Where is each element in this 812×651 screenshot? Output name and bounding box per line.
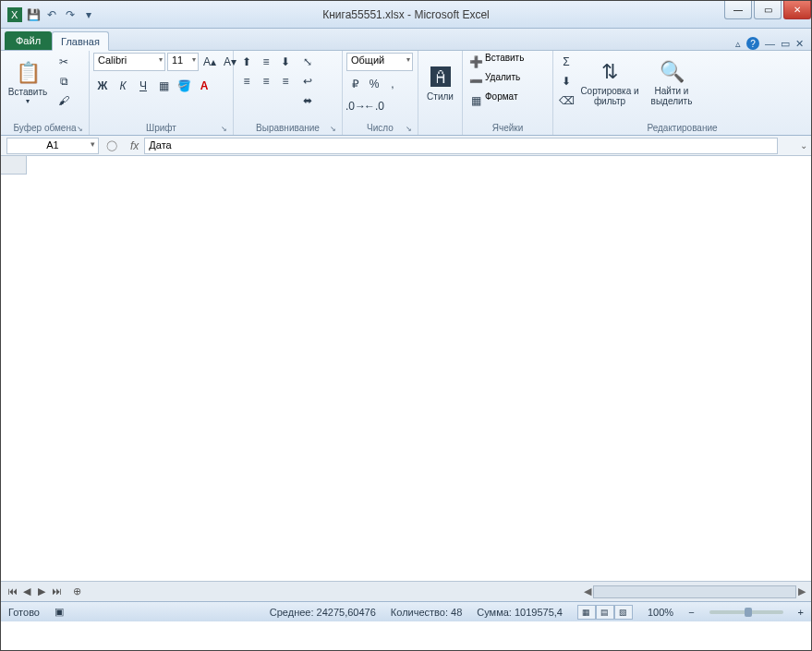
page-break-view-button[interactable]: ▧ <box>614 605 633 620</box>
formula-bar-row: A1 ◯ fx Дата ⌄ <box>1 136 811 156</box>
zoom-out-button[interactable]: − <box>688 607 694 618</box>
group-styles: 🅰 Стили <box>418 51 463 135</box>
currency-button[interactable]: ₽ <box>346 75 365 93</box>
decrease-decimal-button[interactable]: ←.0 <box>365 97 383 115</box>
find-icon: 🔍 <box>660 60 685 84</box>
qat-more-icon[interactable]: ▾ <box>80 6 97 23</box>
alignment-launcher-icon[interactable]: ↘ <box>330 125 336 133</box>
insert-cells-button[interactable]: ➕Вставить <box>467 53 524 71</box>
font-launcher-icon[interactable]: ↘ <box>221 125 227 133</box>
align-bottom-button[interactable]: ⬇ <box>276 53 295 71</box>
sheet-first-icon[interactable]: ⏮ <box>5 585 19 597</box>
tab-главная[interactable]: Главная <box>52 31 109 51</box>
font-color-button[interactable]: A <box>195 77 213 95</box>
hscroll-right-icon[interactable]: ▶ <box>798 585 806 597</box>
find-select-button[interactable]: 🔍 Найти и выделить <box>644 53 699 114</box>
italic-button[interactable]: К <box>114 77 132 95</box>
zoom-slider[interactable] <box>709 610 783 614</box>
status-average: Среднее: 24275,60476 <box>270 607 376 618</box>
undo-icon[interactable]: ↶ <box>43 6 60 23</box>
name-box[interactable]: A1 <box>6 138 99 154</box>
group-alignment: ⬆ ≡ ⬇ ≡ ≡ ≡ ⤡ ↩ ⬌ Выравнивание↘ <box>234 51 343 135</box>
autosum-button[interactable]: Σ <box>557 53 576 71</box>
grow-font-button[interactable]: A▴ <box>200 53 219 71</box>
format-cells-button[interactable]: ▦Формат <box>467 91 518 110</box>
fx-icon[interactable]: fx <box>130 139 139 152</box>
minimize-button[interactable]: — <box>724 1 752 19</box>
font-name-select[interactable]: Calibri <box>93 53 165 71</box>
sheet-next-icon[interactable]: ▶ <box>34 585 49 597</box>
close-button[interactable]: ✕ <box>783 1 811 19</box>
workbook-restore-icon[interactable]: ▭ <box>781 38 790 50</box>
group-font-label: Шрифт <box>146 123 176 133</box>
number-launcher-icon[interactable]: ↘ <box>406 125 412 133</box>
sheet-prev-icon[interactable]: ◀ <box>19 585 34 597</box>
orientation-button[interactable]: ⤡ <box>298 53 317 71</box>
number-format-select[interactable]: Общий <box>346 53 413 71</box>
tab-file[interactable]: Файл <box>5 31 52 50</box>
styles-label: Стили <box>427 91 454 102</box>
namebox-circle-icon: ◯ <box>106 139 117 151</box>
minimize-ribbon-icon[interactable]: ▵ <box>735 38 741 50</box>
align-left-button[interactable]: ≡ <box>237 72 256 90</box>
group-styles-label <box>422 122 458 135</box>
percent-button[interactable]: % <box>365 75 383 93</box>
paste-button[interactable]: 📋 Вставить ▾ <box>5 53 51 114</box>
help-icon[interactable]: ? <box>746 37 759 50</box>
align-center-button[interactable]: ≡ <box>257 72 275 90</box>
sheet-last-icon[interactable]: ⏭ <box>49 585 64 597</box>
page-layout-view-button[interactable]: ▤ <box>596 605 614 620</box>
sort-label: Сортировка и фильтр <box>579 86 640 106</box>
align-middle-button[interactable]: ≡ <box>257 53 275 71</box>
status-count: Количество: 48 <box>391 607 462 618</box>
zoom-in-button[interactable]: + <box>798 607 804 618</box>
sheet-tab-bar: ⏮ ◀ ▶ ⏭ ⊕ ◀ ▶ <box>1 581 811 601</box>
wrap-text-button[interactable]: ↩ <box>298 72 317 90</box>
delete-label: Удалить <box>485 72 520 90</box>
macro-record-icon[interactable]: ▣ <box>55 606 64 618</box>
merge-button[interactable]: ⬌ <box>298 91 317 110</box>
align-right-button[interactable]: ≡ <box>276 72 295 90</box>
border-button[interactable]: ▦ <box>154 77 173 95</box>
maximize-button[interactable]: ▭ <box>754 1 782 19</box>
workbook-minimize-icon[interactable]: — <box>765 38 775 49</box>
status-ready: Готово <box>8 607 40 618</box>
cut-button[interactable]: ✂ <box>55 53 73 71</box>
spreadsheet-grid[interactable] <box>1 156 811 581</box>
find-label: Найти и выделить <box>644 86 699 106</box>
hscroll-left-icon[interactable]: ◀ <box>584 585 591 597</box>
delete-icon: ➖ <box>467 72 485 90</box>
horizontal-scrollbar[interactable] <box>593 585 796 598</box>
styles-icon: 🅰 <box>430 66 451 90</box>
font-size-select[interactable]: 11 <box>167 53 199 71</box>
fill-color-button[interactable]: 🪣 <box>175 77 193 95</box>
increase-decimal-button[interactable]: .0→ <box>346 97 365 115</box>
delete-cells-button[interactable]: ➖Удалить <box>467 72 520 90</box>
sort-filter-button[interactable]: ⇅ Сортировка и фильтр <box>579 53 640 114</box>
select-all-corner[interactable] <box>1 156 27 175</box>
group-editing: Σ ⬇ ⌫ ⇅ Сортировка и фильтр 🔍 Найти и вы… <box>553 51 811 135</box>
clipboard-launcher-icon[interactable]: ↘ <box>77 125 83 133</box>
new-sheet-button[interactable]: ⊕ <box>73 585 81 597</box>
status-sum: Сумма: 1019575,4 <box>477 607 563 618</box>
underline-button[interactable]: Ч <box>134 77 152 95</box>
formula-bar-expand-icon[interactable]: ⌄ <box>796 140 811 151</box>
format-painter-button[interactable]: 🖌 <box>55 91 73 110</box>
comma-button[interactable]: , <box>383 75 402 93</box>
styles-button[interactable]: 🅰 Стили <box>422 53 458 114</box>
normal-view-button[interactable]: ▦ <box>577 605 596 620</box>
align-top-button[interactable]: ⬆ <box>237 53 256 71</box>
copy-button[interactable]: ⧉ <box>55 72 73 90</box>
svg-text:X: X <box>11 9 18 20</box>
title-bar: X 💾 ↶ ↷ ▾ Книга55551.xlsx - Microsoft Ex… <box>1 1 811 29</box>
formula-bar[interactable]: Дата <box>144 138 778 154</box>
group-font: Calibri 11 A▴ A▾ Ж К Ч ▦ 🪣 A Шрифт↘ <box>90 51 234 135</box>
clear-button[interactable]: ⌫ <box>557 91 576 110</box>
zoom-level[interactable]: 100% <box>648 607 673 618</box>
workbook-close-icon[interactable]: ✕ <box>795 38 804 50</box>
fill-button[interactable]: ⬇ <box>557 72 576 90</box>
bold-button[interactable]: Ж <box>93 77 112 95</box>
redo-icon[interactable]: ↷ <box>62 6 79 23</box>
save-icon[interactable]: 💾 <box>25 6 42 23</box>
sort-icon: ⇅ <box>601 60 618 84</box>
